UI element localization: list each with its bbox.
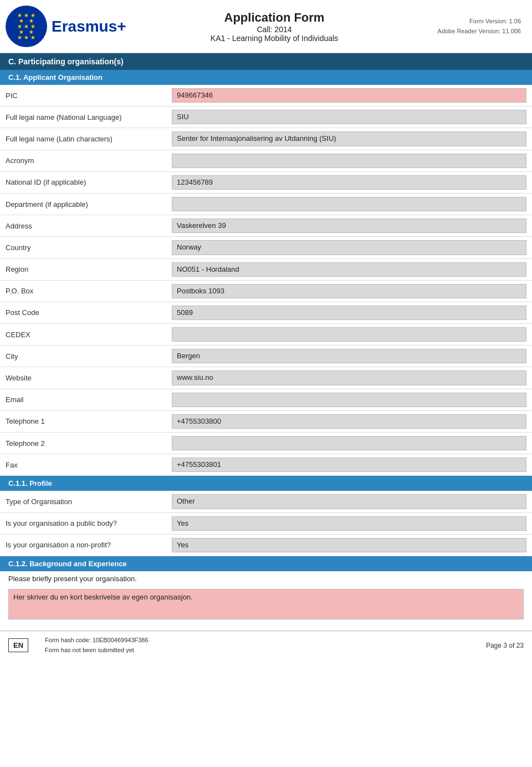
po-box-row: P.O. Box Postboks 1093 bbox=[0, 280, 532, 302]
pic-row: PIC 949667346 bbox=[0, 85, 532, 106]
telephone1-value-cell: +4755303800 bbox=[166, 410, 532, 432]
non-profit-row: Is your organisation a non-profit? Yes bbox=[0, 534, 532, 556]
pic-field[interactable]: 949667346 bbox=[172, 88, 526, 103]
app-form-title: Application Form bbox=[127, 11, 421, 25]
fax-row: Fax +4755303801 bbox=[0, 454, 532, 476]
profile-form-table: Type of Organisation Other Is your organ… bbox=[0, 491, 532, 556]
region-field[interactable]: NO051 - Hordaland bbox=[172, 262, 526, 277]
background-input-field[interactable]: Her skriver du en kort beskrivelse av eg… bbox=[8, 589, 524, 619]
region-row: Region NO051 - Hordaland bbox=[0, 258, 532, 280]
country-label: Country bbox=[0, 237, 166, 258]
adobe-version: Adobe Reader Version: 11.006 bbox=[421, 27, 521, 37]
acronym-row: Acronym bbox=[0, 150, 532, 171]
public-body-field[interactable]: Yes bbox=[172, 516, 526, 531]
telephone2-label: Telephone 2 bbox=[0, 433, 166, 454]
call-year: Call: 2014 bbox=[127, 25, 421, 34]
email-value-cell bbox=[166, 389, 532, 410]
background-section-header: C.1.2. Background and Experience bbox=[0, 556, 532, 571]
type-org-field[interactable]: Other bbox=[172, 494, 526, 509]
telephone2-field[interactable] bbox=[172, 436, 526, 450]
pic-value-cell: 949667346 bbox=[166, 85, 532, 106]
full-legal-national-value-cell: SIU bbox=[166, 106, 532, 128]
full-legal-latin-row: Full legal name (Latin characters) Sente… bbox=[0, 128, 532, 150]
version-info: Form Version: 1.06 Adobe Reader Version:… bbox=[421, 17, 521, 36]
language-indicator: EN bbox=[8, 638, 28, 652]
department-value-cell bbox=[166, 193, 532, 215]
eu-logo: ★ ★ ★★ ★★ ★ ★★ ★★ ★ ★ bbox=[6, 6, 47, 47]
acronym-value-cell bbox=[166, 150, 532, 171]
profile-section-header: C.1.1. Profile bbox=[0, 476, 532, 491]
erasmus-logo-text: Erasmus+ bbox=[52, 18, 126, 35]
program-label: KA1 - Learning Mobility of Individuals bbox=[127, 34, 421, 43]
website-field[interactable]: www.siu.no bbox=[172, 370, 526, 385]
telephone2-row: Telephone 2 bbox=[0, 433, 532, 454]
fax-value-cell: +4755303801 bbox=[166, 454, 532, 476]
acronym-label: Acronym bbox=[0, 150, 166, 171]
national-id-value-cell: 123456789 bbox=[166, 171, 532, 193]
city-value-cell: Bergen bbox=[166, 346, 532, 367]
applicant-form-table: PIC 949667346 Full legal name (National … bbox=[0, 85, 532, 476]
telephone1-row: Telephone 1 +4755303800 bbox=[0, 410, 532, 432]
post-code-field[interactable]: 5089 bbox=[172, 306, 526, 320]
national-id-field[interactable]: 123456789 bbox=[172, 175, 526, 190]
department-label: Department (if applicable) bbox=[0, 193, 166, 215]
website-row: Website www.siu.no bbox=[0, 367, 532, 389]
pic-label: PIC bbox=[0, 85, 166, 106]
non-profit-value-cell: Yes bbox=[166, 534, 532, 556]
cedex-field[interactable] bbox=[172, 327, 526, 342]
public-body-row: Is your organisation a public body? Yes bbox=[0, 512, 532, 534]
po-box-label: P.O. Box bbox=[0, 280, 166, 302]
type-org-label: Type of Organisation bbox=[0, 491, 166, 512]
po-box-field[interactable]: Postboks 1093 bbox=[172, 284, 526, 298]
region-value-cell: NO051 - Hordaland bbox=[166, 258, 532, 280]
full-legal-national-field[interactable]: SIU bbox=[172, 110, 526, 124]
public-body-label: Is your organisation a public body? bbox=[0, 512, 166, 534]
page-number: Page 3 of 23 bbox=[486, 642, 524, 649]
city-row: City Bergen bbox=[0, 346, 532, 367]
fax-field[interactable]: +4755303801 bbox=[172, 458, 526, 472]
type-org-row: Type of Organisation Other bbox=[0, 491, 532, 512]
cedex-row: CEDEX bbox=[0, 324, 532, 346]
telephone1-label: Telephone 1 bbox=[0, 410, 166, 432]
header-title-area: Application Form Call: 2014 KA1 - Learni… bbox=[127, 11, 421, 43]
country-row: Country Norway bbox=[0, 237, 532, 258]
applicant-section-header: C.1. Applicant Organisation bbox=[0, 70, 532, 85]
country-value-cell: Norway bbox=[166, 237, 532, 258]
address-label: Address bbox=[0, 215, 166, 237]
hash-code: Form hash code: 10EB00469943F386 bbox=[45, 636, 149, 646]
non-profit-field[interactable]: Yes bbox=[172, 538, 526, 552]
fax-label: Fax bbox=[0, 454, 166, 476]
full-legal-latin-field[interactable]: Senter for Internasjonalisering av Utdan… bbox=[172, 131, 526, 146]
acronym-field[interactable] bbox=[172, 154, 526, 168]
email-row: Email bbox=[0, 389, 532, 410]
city-field[interactable]: Bergen bbox=[172, 349, 526, 363]
po-box-value-cell: Postboks 1093 bbox=[166, 280, 532, 302]
national-id-row: National ID (if applicable) 123456789 bbox=[0, 171, 532, 193]
email-field[interactable] bbox=[172, 393, 526, 407]
full-legal-latin-value-cell: Senter for Internasjonalisering av Utdan… bbox=[166, 128, 532, 150]
telephone1-field[interactable]: +4755303800 bbox=[172, 414, 526, 429]
logo-area: ★ ★ ★★ ★★ ★ ★★ ★★ ★ ★ Erasmus+ bbox=[6, 6, 127, 47]
region-label: Region bbox=[0, 258, 166, 280]
page-header: ★ ★ ★★ ★★ ★ ★★ ★★ ★ ★ Erasmus+ Applicati… bbox=[0, 0, 532, 53]
website-value-cell: www.siu.no bbox=[166, 367, 532, 389]
page-footer: EN Form hash code: 10EB00469943F386 Form… bbox=[0, 631, 532, 659]
type-org-value-cell: Other bbox=[166, 491, 532, 512]
national-id-label: National ID (if applicable) bbox=[0, 171, 166, 193]
website-label: Website bbox=[0, 367, 166, 389]
post-code-label: Post Code bbox=[0, 302, 166, 323]
address-value-cell: Vaskerelven 39 bbox=[166, 215, 532, 237]
post-code-row: Post Code 5089 bbox=[0, 302, 532, 323]
public-body-value-cell: Yes bbox=[166, 512, 532, 534]
country-field[interactable]: Norway bbox=[172, 240, 526, 255]
form-version: Form Version: 1.06 bbox=[421, 17, 521, 27]
eu-stars: ★ ★ ★★ ★★ ★ ★★ ★★ ★ ★ bbox=[17, 13, 35, 40]
address-field[interactable]: Vaskerelven 39 bbox=[172, 219, 526, 233]
city-label: City bbox=[0, 346, 166, 367]
department-field[interactable] bbox=[172, 197, 526, 211]
submit-status: Form has not been submitted yet bbox=[45, 646, 149, 656]
cedex-value-cell bbox=[166, 324, 532, 346]
full-legal-national-label: Full legal name (National Language) bbox=[0, 106, 166, 128]
non-profit-label: Is your organisation a non-profit? bbox=[0, 534, 166, 556]
full-legal-national-row: Full legal name (National Language) SIU bbox=[0, 106, 532, 128]
